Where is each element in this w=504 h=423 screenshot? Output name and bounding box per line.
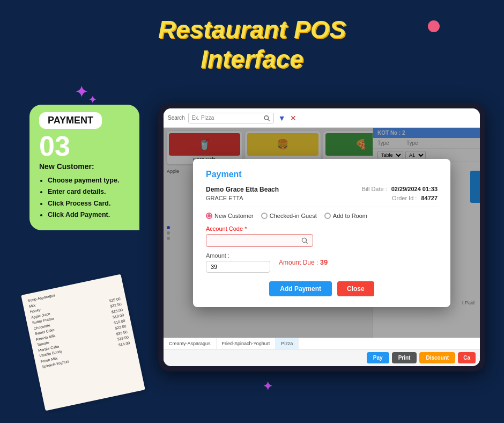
payment-badge: PAYMENT [39,112,102,129]
payment-info-card: PAYMENT 03 New Customer: Choose payment … [29,105,139,230]
amount-due-label: Amount Due : [279,259,318,266]
steps-list: Choose payment type. Enter card details.… [39,175,130,221]
step-3: Click Process Card. [48,198,130,209]
amount-input[interactable] [206,261,270,273]
subtitle-colon: : [92,162,94,171]
amount-due-number: 39 [320,258,328,266]
radio-add-to-room[interactable]: Add to Room [324,213,367,219]
amount-group: Amount : [206,252,270,273]
svg-line-1 [268,119,269,120]
card-subtitle: New Customer: [39,162,130,171]
pos-topbar: Search ▼ ✕ [164,108,480,128]
modal-venue-row: Demo Grace Etta Beach Bill Date : 02/29/… [206,186,438,193]
search-box[interactable] [188,113,274,123]
search-label: Search [168,115,185,121]
modal-footer: Add Payment Close [206,281,438,296]
account-code-input-wrapper[interactable] [206,234,313,247]
radio-circle-add-to-room [324,213,331,219]
pos-bottombar: Pay Print Discount Ca [164,349,480,366]
order-tab-creamy[interactable]: Creamy-Asparagus [164,338,217,349]
pos-content-area: 🥤 Coca Cola 🍔 🍕 🧃 [164,128,480,338]
cancel-button[interactable]: Ca [458,352,476,363]
account-code-label: Account Code * [206,225,438,232]
order-tab-spinach[interactable]: Fried-Spinach-Yoghurt [217,338,276,349]
add-payment-button[interactable]: Add Payment [269,281,332,296]
discount-button[interactable]: Discount [419,352,455,363]
radio-new-customer[interactable]: New Customer [206,213,254,219]
step-number: 03 [39,132,130,160]
amount-due-group: Amount Due : 39 [279,258,328,266]
radio-circle-checked-in [261,213,268,219]
radio-label-new-customer: New Customer [214,213,254,219]
modal-bill-date-group: Bill Date : 02/29/2024 01:33 [362,186,438,193]
payment-modal-overlay: Payment Demo Grace Etta Beach Bill Date … [164,128,480,338]
modal-venue-name: Demo Grace Etta Beach [206,186,279,193]
filter-icon[interactable]: ▼ [278,114,286,122]
svg-line-3 [306,242,308,243]
radio-checked-in[interactable]: Checked-in Guest [261,213,317,219]
search-icon [263,114,270,122]
radio-label-add-to-room: Add to Room [333,213,367,219]
amount-row: Amount : Amount Due : 39 [206,252,438,273]
modal-sub-venue: GRACE ETTA [206,195,243,201]
modal-order-id-value: 84727 [421,195,438,201]
payment-type-radio-group: New Customer Checked-in Guest Add to Roo… [206,213,438,219]
order-tab-pizza[interactable]: Pizza [276,338,299,349]
amount-label: Amount : [206,252,270,259]
modal-order-id-group: Order Id : 84727 [392,195,438,201]
sparkle-icon-1: ✦ [75,83,87,101]
radio-circle-new-customer [206,213,212,219]
step-2: Enter card details. [48,186,130,198]
tablet-screen: Search ▼ ✕ 🥤 Coca Cola [164,108,480,366]
payment-modal: Payment Demo Grace Etta Beach Bill Date … [193,159,450,307]
modal-divider [206,207,438,207]
title-line1: Restaurant POS [158,16,346,43]
pay-button[interactable]: Pay [367,352,389,363]
modal-title: Payment [206,170,438,179]
modal-sub-venue-row: GRACE ETTA Order Id : 84727 [206,195,438,201]
sparkle-icon-bottom: ✦ [263,380,272,393]
title-line2: Interface [201,45,303,73]
sparkle-icon-2: ✦ [88,94,97,106]
subtitle-bold: New Customer [39,162,92,171]
search-input[interactable] [192,115,263,121]
order-items-bar: Creamy-Asparagus Fried-Spinach-Yoghurt P… [164,338,480,349]
page-title-block: Restaurant POS Interface [0,0,504,74]
dot-decoration-red [428,20,440,32]
account-search-icon [301,237,308,244]
pos-app: Search ▼ ✕ 🥤 Coca Cola [164,108,480,366]
tablet-frame: Search ▼ ✕ 🥤 Coca Cola [158,103,485,371]
clear-icon[interactable]: ✕ [290,114,297,122]
account-code-input[interactable] [211,237,301,244]
print-button[interactable]: Print [392,352,417,363]
receipt-paper: Soup-Asparagus Milk Honey Apple Juice$25… [21,274,145,411]
modal-bill-date-label: Bill Date : [362,186,387,193]
modal-order-id-label: Order Id : [392,195,417,201]
step-4: Click Add Payment. [48,209,130,221]
close-button[interactable]: Close [337,281,374,296]
radio-label-checked-in: Checked-in Guest [270,213,317,219]
step-1: Choose payment type. [48,175,130,186]
modal-bill-date-value: 02/29/2024 01:33 [391,186,438,193]
